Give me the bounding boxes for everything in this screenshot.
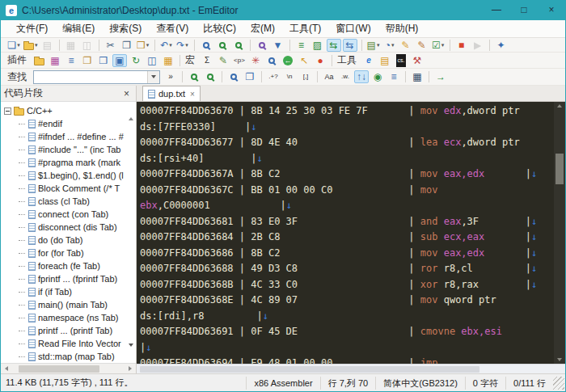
find-next-button[interactable] (215, 39, 230, 52)
hscroll-thumb[interactable] (19, 365, 99, 373)
find-button[interactable] (199, 39, 213, 52)
edit-config-button[interactable]: ✎ (415, 39, 429, 52)
plugin-projects-button[interactable] (32, 54, 46, 67)
status-section[interactable]: 0/111 行 (505, 377, 553, 390)
scroll-right-button[interactable] (125, 366, 136, 371)
run-macro-button[interactable]: ▶ (471, 39, 485, 52)
plugin-open-documents-button[interactable]: ❒ (96, 54, 111, 67)
plugin-snippets-button[interactable]: ▣ (112, 54, 127, 67)
compare-options-button[interactable]: ▨ (310, 39, 325, 52)
status-section[interactable]: x86 Assembler (246, 377, 319, 390)
macro-edit-button[interactable]: ✎ (216, 54, 230, 67)
tree-item[interactable]: #pragma mark (mark (1, 156, 136, 169)
plugin-web-preview-button[interactable]: ▦ (161, 54, 175, 67)
new-file-button[interactable]: ❏▾ (6, 39, 21, 52)
find-input[interactable] (34, 71, 147, 83)
status-section[interactable]: 0 字符 (465, 377, 505, 390)
find-previous-button[interactable] (231, 39, 246, 52)
maximize-button[interactable]: □ (510, 1, 538, 20)
print-preview-button[interactable]: ◫ (80, 39, 95, 52)
tree-item[interactable]: printf ... (printf Tab) (1, 324, 136, 337)
find-in-files-button[interactable] (255, 39, 269, 52)
tree-item[interactable]: main() (main Tab) (1, 298, 136, 311)
word-complete-button[interactable]: ▤▾ (366, 39, 381, 52)
tree-item[interactable]: Read File Into Vector (1, 337, 136, 350)
menu-item[interactable]: 帮助(H) (378, 20, 426, 37)
filter-lines-button[interactable]: ≡ (386, 70, 401, 83)
tree-item[interactable]: disconnect (dis Tab) (1, 221, 136, 234)
tree-item[interactable]: fprintf ... (fprintf Tab) (1, 272, 136, 285)
tree-item[interactable]: Block Comment (/* T (1, 182, 136, 195)
tree-item[interactable]: connect (con Tab) (1, 208, 136, 221)
tree-root-c-cpp[interactable]: C/C++ (1, 104, 136, 117)
find-in-documents-button[interactable]: ❐ (243, 70, 257, 83)
snippets-close-button[interactable]: × (120, 88, 133, 99)
tree-item[interactable]: if (if Tab) (1, 285, 136, 298)
scroll-up-button[interactable] (554, 104, 565, 107)
tool-external-editor-button[interactable]: ▤ (378, 54, 392, 67)
compare-button[interactable]: ≡ (294, 39, 309, 52)
plugin-outline-button[interactable]: ≡ (64, 54, 78, 67)
filter-button[interactable]: ▼ (271, 39, 285, 52)
menu-item[interactable]: 编辑(E) (55, 20, 102, 37)
tab-dup-txt[interactable]: dup.txt × (142, 86, 201, 101)
plugin-window-manager-button[interactable]: ◫ (145, 54, 159, 67)
close-button[interactable]: × (538, 1, 565, 20)
regex-any-button[interactable]: .+? (266, 70, 281, 83)
editor-hscrollbar[interactable] (137, 364, 565, 373)
tree-item[interactable]: namespace (ns Tab) (1, 311, 136, 324)
tree-item[interactable]: #endif (1, 117, 136, 130)
tree-item[interactable]: for (for Tab) (1, 247, 136, 259)
tree-item[interactable]: do (do Tab) (1, 234, 136, 247)
find-dropdown-button[interactable] (147, 71, 159, 83)
scroll-down-button[interactable] (554, 358, 565, 361)
tree-item[interactable]: #ifndef ... #define ... # (1, 130, 136, 143)
print-button[interactable]: ▦ (64, 39, 78, 52)
recent-documents-button[interactable]: ◔▾ (382, 39, 397, 52)
findbar-dialog-button[interactable] (226, 70, 241, 83)
snippets-hscrollbar[interactable] (1, 363, 136, 373)
jump-next-button[interactable]: → (433, 70, 448, 83)
findbar-previous-button[interactable] (203, 70, 218, 83)
open-file-button[interactable]: ▾ (23, 39, 39, 52)
redo-button[interactable]: ↷▾ (175, 39, 190, 52)
pin-button[interactable]: ✦ (494, 39, 509, 52)
status-section[interactable]: 行 7,列 70 (320, 377, 376, 390)
copy-button[interactable]: ❐ (120, 39, 134, 52)
hscroll-track[interactable] (12, 364, 125, 373)
editor-content[interactable]: 00007FF84DD63670 | 8B 14 25 30 03 FE 7F … (137, 102, 554, 364)
search-direction-button[interactable]: ↑↓ (354, 70, 369, 83)
tree-item[interactable]: foreach (fe Tab) (1, 259, 136, 272)
cut-button[interactable]: ✂ (103, 39, 118, 52)
tab-close-button[interactable]: × (190, 90, 195, 99)
regex-brackets-button[interactable]: [,] (298, 70, 313, 83)
tool-hammer-button[interactable]: ⚒ (410, 54, 424, 67)
editor-vscrollbar[interactable] (554, 102, 565, 364)
macro-select-button[interactable]: ↖ (297, 54, 311, 67)
menu-item[interactable]: 搜索(S) (102, 20, 149, 37)
tree-scroll-up-button[interactable] (129, 103, 133, 118)
macro-back-button[interactable]: ← (281, 54, 295, 67)
macro-record-button[interactable]: ● (313, 54, 327, 67)
minimize-button[interactable]: — (483, 1, 510, 20)
tree-item[interactable]: $1.begin(), $1.end() (l (1, 169, 136, 182)
vscroll-thumb[interactable] (555, 154, 564, 184)
menu-item[interactable]: 窗口(W) (328, 20, 378, 37)
more-options-button[interactable]: » (163, 70, 178, 83)
undo-button[interactable]: ↶▾ (159, 39, 174, 52)
findbar-next-button[interactable] (187, 70, 201, 83)
edit-snippet-button[interactable]: ✎ (399, 39, 413, 52)
macro-html-tag-button[interactable]: <p> (232, 54, 247, 67)
menu-item[interactable]: 文件(F) (9, 20, 55, 37)
macro-tutorial-button[interactable]: ✳ (248, 54, 263, 67)
tree-item[interactable]: #include "..." (inc Tab (1, 143, 136, 156)
collapse-expander-icon[interactable] (4, 107, 11, 115)
sync-scroll-button[interactable]: ⇆ (343, 39, 357, 52)
syntax-check-button[interactable]: ☑▾ (431, 39, 446, 52)
compare-rescan-button[interactable]: ⇆ (327, 39, 341, 52)
regex-escape-button[interactable]: \n (282, 70, 297, 83)
plugin-explorer-button[interactable]: ↻ (129, 54, 143, 67)
number-search-button[interactable]: ◉ (370, 70, 385, 83)
plugin-clips-button[interactable]: ❐ (80, 54, 95, 67)
tree-scroll-down-button[interactable] (129, 347, 133, 361)
